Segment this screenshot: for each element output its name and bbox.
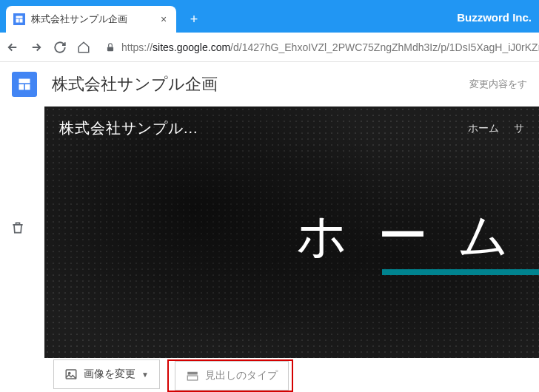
- annotation-highlight: 見出しのタイプ: [167, 359, 293, 392]
- header-layout-icon: [186, 369, 199, 382]
- svg-rect-9: [187, 372, 198, 375]
- sites-logo-icon[interactable]: [12, 72, 37, 97]
- image-icon: [64, 368, 78, 381]
- svg-rect-4: [19, 79, 30, 84]
- home-button[interactable]: [77, 41, 90, 54]
- header-controls: 画像を変更 ▼ 見出しのタイプ: [53, 359, 293, 392]
- editor-area: 株式会社サンプル... ホーム サ ホーム 画像を変更 ▼ 見出しのタイプ: [44, 107, 539, 392]
- change-image-label: 画像を変更: [84, 368, 135, 381]
- nav-link-next[interactable]: サ: [514, 122, 524, 135]
- new-tab-button[interactable]: +: [184, 9, 204, 30]
- site-title[interactable]: 株式会社サンプル...: [59, 118, 198, 138]
- document-title[interactable]: 株式会社サンプル企画: [52, 73, 218, 95]
- svg-rect-1: [16, 19, 19, 23]
- browser-toolbar: https://sites.google.com/d/1427hG_EhxoIV…: [0, 33, 539, 62]
- back-button[interactable]: [6, 41, 19, 54]
- heading-type-label: 見出しのタイプ: [205, 369, 278, 382]
- window-brand: Buzzword Inc.: [457, 11, 539, 33]
- delete-section-button[interactable]: [7, 217, 28, 238]
- change-image-button[interactable]: 画像を変更 ▼: [53, 359, 160, 389]
- lock-icon: [105, 42, 116, 53]
- sites-favicon: [13, 13, 25, 25]
- heading-type-button[interactable]: 見出しのタイプ: [175, 361, 289, 391]
- svg-rect-2: [20, 19, 23, 23]
- save-status: 変更内容をす: [469, 78, 527, 91]
- url-text: https://sites.google.com/d/1427hG_EhxoIV…: [121, 41, 539, 53]
- page-header-section[interactable]: 株式会社サンプル... ホーム サ ホーム: [44, 107, 539, 358]
- site-nav: ホーム サ: [468, 122, 524, 135]
- app-header: 株式会社サンプル企画 変更内容をす: [0, 62, 539, 107]
- chevron-down-icon: ▼: [141, 371, 149, 379]
- tab-title: 株式会社サンプル企画: [31, 13, 153, 26]
- svg-rect-6: [25, 84, 30, 90]
- svg-rect-3: [107, 47, 113, 51]
- hero-heading[interactable]: ホーム: [281, 203, 539, 270]
- hero-text-selection: [382, 269, 539, 275]
- browser-titlebar: 株式会社サンプル企画 × + Buzzword Inc.: [0, 0, 539, 33]
- svg-rect-10: [187, 376, 198, 380]
- address-bar[interactable]: https://sites.google.com/d/1427hG_EhxoIV…: [101, 41, 539, 53]
- site-header-bar: 株式会社サンプル... ホーム サ: [59, 118, 524, 138]
- svg-rect-0: [16, 16, 23, 18]
- svg-rect-5: [19, 84, 24, 90]
- svg-point-8: [69, 372, 70, 374]
- forward-button[interactable]: [30, 41, 43, 54]
- reload-button[interactable]: [53, 41, 67, 54]
- nav-link-home[interactable]: ホーム: [468, 122, 499, 135]
- browser-tab[interactable]: 株式会社サンプル企画 ×: [6, 6, 176, 33]
- tab-close-icon[interactable]: ×: [158, 14, 169, 24]
